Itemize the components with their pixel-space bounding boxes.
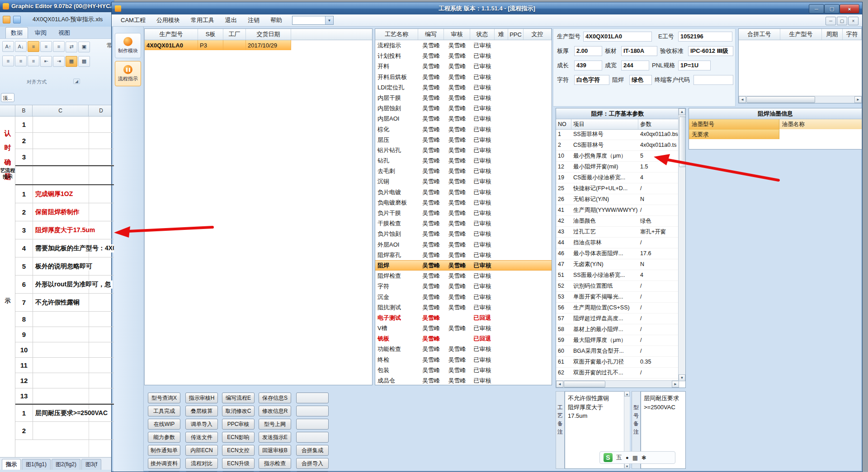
param-row[interactable]: 43过孔工艺塞孔+开窗 (556, 227, 679, 238)
font-shrink-icon[interactable]: A↓ (15, 41, 27, 52)
param-row[interactable]: 57阻焊超过焊盘高度.../ (556, 313, 679, 324)
param-row[interactable]: 25快捷标记(FP+UL+D.../ (556, 183, 679, 194)
process-row[interactable]: 阻抗测试吴雪峰吴雪峰已审核 (375, 302, 552, 313)
action-button-2-3[interactable]: 型号上网 (259, 419, 291, 430)
process-row[interactable]: 内层AOI吴雪峰吴雪峰已审核 (375, 113, 552, 124)
action-button-0-2[interactable]: 编写流程E (222, 393, 255, 403)
col-header-2[interactable]: 生产型号 (780, 29, 822, 40)
ribbon-tab-review[interactable]: 审阅 (30, 28, 52, 38)
mdi-restore-icon[interactable]: ▢ (837, 17, 847, 25)
spreadsheet-row[interactable]: 2 (15, 422, 114, 440)
align-right-icon[interactable]: ≡ (28, 56, 39, 66)
col-header-1[interactable]: 工艺名称 (375, 29, 418, 40)
spreadsheet-row[interactable]: 1完成铜厚1OZ (15, 185, 114, 203)
editor-titlebar[interactable]: Graphic Editor 9.07b2 (00@HY-HYCAM (0, 0, 114, 12)
action-button-blank[interactable] (296, 432, 329, 443)
col-header-3[interactable]: 工厂 (223, 29, 246, 40)
keyboard-icon[interactable]: ▦ (632, 454, 638, 461)
param-row[interactable]: 56生产周期位置(CS+SS)/ (556, 303, 679, 313)
col-header-4[interactable]: 字符 (843, 29, 862, 40)
col-header-2[interactable]: 编写 (418, 29, 444, 40)
menu-item-5[interactable]: 注销 (242, 14, 265, 26)
col-header-4[interactable]: 交货日期 (246, 29, 291, 40)
action-button-1-0[interactable]: 工具完成 (148, 406, 180, 416)
menu-item-3[interactable]: 常用工具 (185, 14, 220, 26)
process-row[interactable]: 沉金吴雪峰吴雪峰已审核 (375, 292, 552, 302)
scroll-up-icon[interactable]: ▲ (624, 391, 630, 397)
param-row[interactable]: 19CS面最小绿油桥宽...4 (556, 173, 679, 183)
action-button-5-3[interactable]: 指示检查 (259, 458, 291, 469)
spreadsheet-row[interactable]: 6外形以rout层为准即可，忽 (15, 276, 114, 294)
dialog-launcher-icon[interactable]: ◢ (73, 79, 80, 84)
process-row[interactable]: 内层干膜吴雪峰吴雪峰已审核 (375, 93, 552, 103)
maximize-button[interactable]: ▢ (824, 4, 840, 14)
align-top-icon[interactable]: ≡ (28, 41, 39, 52)
param-row[interactable]: 60BGA采用复合型开.../ (556, 346, 679, 357)
action-button-2-0[interactable]: 在线WIP (148, 419, 180, 430)
action-button-4-4[interactable]: 合拼集成 (296, 445, 329, 456)
process-row[interactable]: 功能检查吴雪峰吴雪峰已审核 (375, 344, 552, 354)
param-row[interactable]: 44挡油点菲林/ (556, 238, 679, 248)
spreadsheet-row[interactable]: 4需要加此板的生产型号：4X0 (15, 239, 114, 257)
merge-cells-icon[interactable]: ▣ (78, 42, 90, 52)
action-button-3-2[interactable]: ECN影响 (222, 432, 255, 443)
editor-file-tab[interactable]: 4X0QX01LA0-预审指示.xls (33, 15, 103, 23)
param-row[interactable]: 46最小导体表面阻焊...17.6 (556, 248, 679, 259)
action-button-blank[interactable] (296, 419, 329, 430)
process-row[interactable]: 阻焊检查吴雪峰吴雪峰已审核 (375, 271, 552, 281)
param-row[interactable]: 42油墨颜色绿色 (556, 216, 679, 227)
spreadsheet-row[interactable]: 11 (15, 358, 114, 373)
action-button-3-0[interactable]: 能力参数 (148, 432, 180, 443)
indent-decrease-icon[interactable]: ⇤ (40, 56, 52, 67)
spreadsheet-row[interactable]: 3阻焊厚度大于17.5um (15, 221, 114, 239)
process-row[interactable]: 负片蚀刻吴雪峰吴雪峰已审核 (375, 229, 552, 239)
spreadsheet-grid[interactable]: 认 时 确 题 艺流程指示 示 1231完成铜厚1OZ2保留阻焊桥制作3阻焊厚度… (0, 117, 114, 457)
action-button-2-2[interactable]: PPC审核 (222, 419, 255, 430)
scroll-left-icon[interactable]: ◄ (739, 96, 746, 103)
process-row[interactable]: 字符吴雪峰吴雪峰已审核 (375, 281, 552, 291)
process-row[interactable]: 外层AOI吴雪峰吴雪峰已审核 (375, 239, 552, 250)
align-middle-icon[interactable]: ≡ (40, 41, 52, 52)
process-row[interactable]: 干膜检查吴雪峰吴雪峰已审核 (375, 218, 552, 229)
mdi-close-icon[interactable]: × (848, 17, 859, 25)
scroll-thumb[interactable] (746, 96, 815, 103)
ink-header-name[interactable]: 油墨名称 (779, 119, 862, 129)
merge-hscrollbar[interactable]: ◄ ► (739, 96, 862, 103)
scroll-thumb[interactable] (679, 117, 686, 167)
align-bottom-icon[interactable]: ≡ (53, 41, 65, 52)
action-button-5-2[interactable]: ECN升级 (222, 458, 255, 469)
sheet-tab-1[interactable]: 指示 (2, 459, 21, 470)
sheet-tab-4[interactable]: 图3(f (81, 459, 101, 470)
action-button-4-0[interactable]: 制作通知单 (148, 445, 180, 456)
col-header-1[interactable]: 生产型号 (145, 29, 198, 40)
params-vscrollbar[interactable]: ▲ ▼ (678, 108, 685, 381)
param-row[interactable]: 61双面开窗最小孔刀径0.35 (556, 357, 679, 368)
spreadsheet-row[interactable] (15, 165, 114, 185)
process-row[interactable]: 阻焊塞孔吴雪峰吴雪峰已审核 (375, 250, 552, 260)
scroll-right-icon[interactable]: ► (672, 381, 679, 388)
process-row[interactable]: 沉铜吴雪峰吴雪峰已审核 (375, 176, 552, 187)
spreadsheet-row[interactable]: 10 (15, 342, 114, 358)
param-row[interactable]: 12最小阻焊开窗(mil)1.5 (556, 162, 679, 173)
align-center-icon[interactable]: ≡ (15, 56, 27, 66)
col-header-3[interactable]: 审核 (444, 29, 470, 40)
process-row[interactable]: 开料吴雪峰吴雪峰已审核 (375, 61, 552, 71)
column-header-corner[interactable] (0, 105, 15, 116)
align-left-icon[interactable]: ≡ (2, 56, 14, 66)
param-row[interactable]: 10最小拐角厚度（μm）5 (556, 151, 679, 162)
spreadsheet-row[interactable]: 8 (15, 312, 114, 327)
scroll-thumb[interactable] (564, 381, 605, 388)
spreadsheet-row[interactable]: 5板外的说明忽略即可 (15, 257, 114, 276)
action-button-0-0[interactable]: 型号查询X (148, 393, 180, 403)
scroll-up-icon[interactable]: ▲ (679, 108, 685, 115)
ribbon-tab-view[interactable]: 视图 (53, 28, 75, 38)
action-button-3-3[interactable]: 发送指示E (259, 432, 291, 443)
param-row[interactable]: 41生产周期(YYWW/WWYY)/ (556, 205, 679, 216)
process-row[interactable]: 去毛刺吴雪峰吴雪峰已审核 (375, 166, 552, 176)
action-button-0-1[interactable]: 指示审核H (185, 393, 218, 403)
process-row[interactable]: 阻焊吴雪峰吴雪峰已审核 (375, 260, 552, 271)
process-row[interactable]: 负片电镀吴雪峰吴雪峰已审核 (375, 187, 552, 197)
col-header-3[interactable]: 参数 (638, 119, 679, 129)
menu-item-1[interactable]: CAM工程 (115, 14, 151, 26)
spreadsheet-row[interactable]: 9 (15, 327, 114, 342)
